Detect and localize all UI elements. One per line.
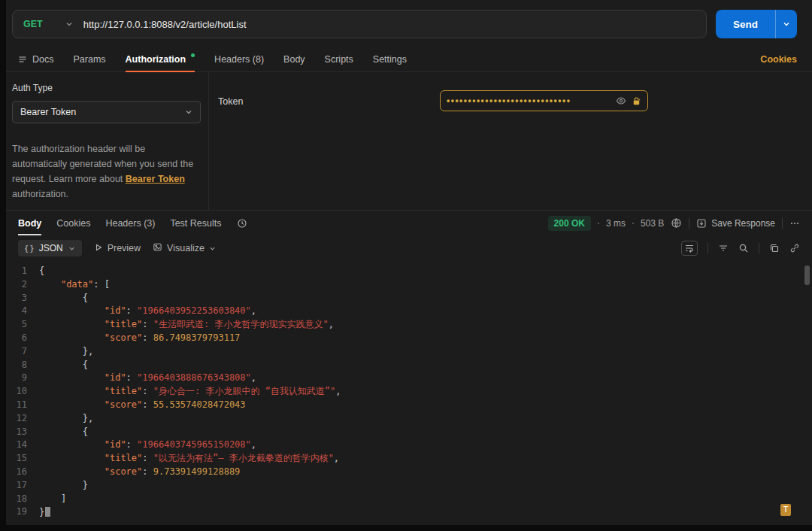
code-text[interactable]: "data": [ [39, 278, 110, 292]
search-icon[interactable] [738, 243, 749, 253]
line-number: 8 [6, 359, 39, 372]
code-line: 7 }, [6, 345, 812, 359]
chevron-down-icon [783, 17, 790, 31]
code-line: 3 { [6, 292, 812, 305]
code-text[interactable]: { [39, 359, 88, 372]
status-badge[interactable]: 200 OK [548, 216, 591, 231]
tab-params[interactable]: Params [73, 47, 105, 71]
code-text[interactable]: }, [39, 412, 93, 426]
response-time[interactable]: 3 ms [606, 218, 626, 229]
code-text[interactable]: "score": 55.53574028472043 [39, 399, 246, 412]
cookies-link[interactable]: Cookies [760, 54, 797, 65]
divider [759, 243, 759, 253]
code-text[interactable]: "id": "1966403952253603840", [39, 305, 256, 318]
tab-label: Body [283, 54, 305, 65]
link-icon[interactable] [789, 243, 800, 253]
code-text[interactable]: "id": "1966403745965150208", [39, 438, 256, 452]
tab-settings[interactable]: Settings [373, 47, 407, 71]
tab-label: Settings [373, 54, 407, 65]
code-text[interactable]: "score": 86.7498379793117 [39, 332, 240, 345]
url-input[interactable]: http://127.0.0.1:8088/v2/article/hotList [83, 11, 706, 38]
chevron-down-icon [65, 20, 73, 28]
auth-type-label: Auth Type [12, 83, 201, 93]
tab-authorization[interactable]: Authorization [126, 47, 195, 71]
code-line: 18 ] [6, 493, 812, 506]
code-line: 11 "score": 55.53574028472043 [6, 399, 812, 412]
code-text[interactable]: { [39, 292, 88, 305]
response-tab-body[interactable]: Body [18, 211, 41, 235]
network-globe-icon[interactable] [671, 217, 682, 229]
copy-icon[interactable] [769, 243, 780, 253]
code-text[interactable]: } [39, 479, 88, 493]
more-options-icon[interactable] [789, 218, 800, 229]
line-number: 19 [6, 505, 39, 520]
code-text[interactable]: { [39, 426, 88, 439]
line-number: 18 [6, 493, 39, 506]
response-tab-cookies[interactable]: Cookies [56, 211, 90, 235]
tab-docs[interactable]: Docs [18, 47, 53, 71]
code-text[interactable]: "title": "生活即武道: 李小龙哲学的现实实践意义", [39, 318, 334, 332]
format-selector[interactable]: { } JSON [18, 240, 82, 256]
chevron-down-icon [209, 245, 216, 252]
response-tab-test-results[interactable]: Test Results [170, 211, 221, 235]
app-window: GET http://127.0.0.1:8088/v2/article/hot… [0, 0, 812, 531]
tab-body[interactable]: Body [283, 47, 305, 71]
line-number: 6 [6, 332, 39, 345]
line-number: 15 [6, 452, 39, 466]
bearer-token-link[interactable]: Bearer Token [126, 174, 185, 184]
code-line: 14 "id": "1966403745965150208", [6, 438, 812, 452]
response-size[interactable]: 503 B [641, 218, 664, 229]
code-line: 8 { [6, 359, 812, 372]
show-token-eye-icon[interactable] [616, 96, 626, 106]
code-body: 1{2 "data": [3 {4 "id": "196640395225360… [6, 265, 812, 520]
auth-type-select[interactable]: Bearer Token [12, 101, 201, 123]
method-selector[interactable]: GET [13, 11, 83, 38]
tab-headers[interactable]: Headers (8) [214, 47, 264, 71]
tab-label: Test Results [170, 218, 221, 229]
preview-button[interactable]: Preview [94, 243, 141, 254]
line-number: 10 [6, 385, 39, 399]
response-body-viewer[interactable]: 1{2 "data": [3 {4 "id": "196640395225360… [6, 261, 812, 525]
code-line: 9 "id": "1966403888676343808", [6, 372, 812, 385]
code-text[interactable]: { [39, 265, 44, 278]
scroll-marker: T [780, 504, 791, 516]
docs-icon [18, 55, 27, 64]
filter-icon[interactable] [718, 243, 729, 253]
token-masked-value: ••••••••••••••••••••••••••••• [447, 96, 611, 106]
code-text[interactable]: "id": "1966403888676343808", [39, 372, 256, 385]
code-text[interactable]: }, [39, 345, 93, 359]
code-line: 15 "title": "以无法为有法”— 李小龙截拳道的哲学内核", [6, 452, 812, 466]
response-history-icon[interactable] [237, 218, 247, 229]
response-tab-headers[interactable]: Headers (3) [105, 211, 155, 235]
line-number: 2 [6, 278, 39, 292]
visualize-button[interactable]: Visualize [153, 242, 216, 254]
line-number: 1 [6, 265, 39, 278]
token-input[interactable]: ••••••••••••••••••••••••••••• [440, 90, 648, 111]
line-number: 7 [6, 345, 39, 359]
tab-label: Cookies [56, 218, 90, 229]
save-icon [696, 218, 707, 229]
wrap-text-icon[interactable] [681, 241, 698, 256]
chevron-down-icon [185, 108, 192, 116]
save-response-button[interactable]: Save Response [696, 218, 775, 229]
visualize-label: Visualize [167, 243, 205, 253]
send-options-button[interactable] [775, 10, 797, 38]
response-meta: 200 OK 3 ms 503 B Save Response [548, 216, 800, 231]
send-button[interactable]: Send [716, 10, 775, 38]
separator-dot [598, 223, 599, 224]
braces-icon: { } [25, 244, 34, 253]
line-number: 13 [6, 426, 39, 439]
text-cursor [45, 507, 50, 517]
code-text[interactable]: } [39, 505, 50, 520]
preview-play-icon [94, 243, 103, 254]
code-text[interactable]: "score": 9.73391499128889 [39, 466, 240, 479]
code-text[interactable]: "title": "以无法为有法”— 李小龙截拳道的哲学内核", [39, 452, 339, 466]
scrollbar-thumb[interactable] [804, 266, 810, 285]
tab-label: Docs [32, 54, 53, 65]
code-text[interactable]: "title": "身心合一: 李小龙眼中的 “自我认知武道”", [39, 385, 341, 399]
url-value: http://127.0.0.1:8088/v2/article/hotList [83, 19, 247, 30]
tab-scripts[interactable]: Scripts [325, 47, 353, 71]
code-text[interactable]: ] [39, 493, 66, 506]
secret-lock-icon[interactable] [632, 96, 641, 106]
send-button-group: Send [716, 10, 797, 38]
